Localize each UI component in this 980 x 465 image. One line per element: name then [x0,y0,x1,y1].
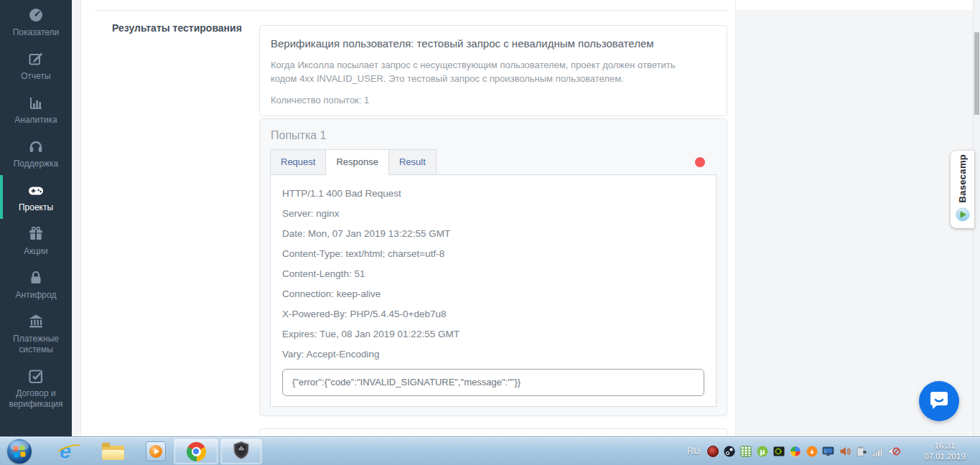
basecamp-label: Basecamp [957,154,968,202]
tab-result[interactable]: Result [388,149,437,175]
basecamp-logo-icon [956,207,970,225]
windows-explorer-button[interactable] [99,437,126,465]
sidebar-item-payment-systems[interactable]: Платежные системы [0,306,72,361]
response-header-line: Content-Length: 51 [282,264,704,284]
test-title: Верификация пользователя: тестовый запро… [271,37,716,51]
test-description: Когда Иксолла посылает запрос с несущест… [271,58,677,85]
sidebar-item-label: Договор и верификация [4,388,68,410]
chat-bubble-icon [928,389,950,413]
sidebar-item-analytics[interactable]: Аналитика [0,88,72,131]
avast-icon[interactable] [806,446,818,458]
sidebar-item-label: Антифрод [16,290,57,301]
disc-tool-icon[interactable] [706,446,719,458]
sidebar-item-label: Аналитика [14,115,57,126]
attempts-count: Количество попыток: 1 [271,95,716,105]
attempt-title: Попытка 1 [271,129,717,142]
taskbar: e RU µ 16:31 07.01.2019 [0,436,980,465]
nvidia-icon[interactable] [773,446,785,458]
windows-logo-icon [7,439,32,464]
gauge-icon [27,6,45,24]
chrome-icon [187,442,206,461]
world-of-tanks-taskbar-button[interactable] [220,438,262,464]
spreadsheet-icon[interactable] [739,446,752,458]
test-description-card: Верификация пользователя: тестовый запро… [259,25,727,116]
response-header-line: Content-Type: text/html; charset=utf-8 [282,244,704,264]
response-header-line: HTTP/1.1 400 Bad Request [282,184,704,204]
taskbar-clock[interactable]: 16:31 07.01.2019 [913,437,977,465]
sidebar-item-label: Отчеты [21,71,50,82]
chrome-taskbar-button[interactable] [174,438,218,464]
sidebar-item-agreement-verification[interactable]: Договор и верификация [0,361,72,415]
top-strip [727,0,980,10]
response-content: HTTP/1.1 400 Bad Request Server: nginx D… [270,175,717,407]
sidebar-item-label: Показатели [13,27,60,38]
attempt-card: Попытка 1 Request Response Result HTTP/1… [259,118,727,416]
sidebar-item-label: Платежные системы [4,334,68,355]
start-button[interactable] [6,437,33,465]
headset-icon [27,138,45,155]
gamepad-icon [26,182,46,199]
network-signal-icon[interactable] [872,446,884,458]
bar-chart-icon [27,94,45,111]
sidebar-item-label: Поддержка [14,159,59,169]
attempt-tabs: Request Response Result [270,149,717,175]
volume-icon[interactable] [839,446,851,458]
content-panel: Результаты тестирования Верификация поль… [80,0,736,436]
sidebar-item-support[interactable]: Поддержка [0,131,72,175]
sidebar-item-label: Проекты [19,202,53,213]
tab-response[interactable]: Response [325,149,389,175]
sidebar-item-antifraud[interactable]: Антифрод [0,263,72,306]
response-header-line: Date: Mon, 07 Jan 2019 13:22:55 GMT [282,224,704,244]
clock-time: 16:31 [935,441,956,451]
edit-icon [27,50,45,67]
display-settings-icon[interactable] [822,446,834,458]
explorer-folder-icon [102,443,124,460]
status-dot [695,157,705,167]
power-plan-icon[interactable] [855,446,867,458]
media-player-button[interactable] [142,437,169,465]
lock-icon [27,269,45,286]
gift-icon [27,225,45,243]
next-test-card-partial [259,428,727,436]
internet-explorer-button[interactable]: e [52,437,79,465]
internet-explorer-icon: e [60,441,71,462]
sidebar-item-projects[interactable]: Проекты [0,175,72,219]
tab-request[interactable]: Request [270,149,326,175]
sidebar-item-reports[interactable]: Отчеты [0,44,72,88]
basecamp-feedback-tab[interactable]: Basecamp [951,151,974,228]
sidebar-item-indicators[interactable]: Показатели [0,0,72,44]
sidebar-item-promotions[interactable]: Акции [0,219,72,263]
response-header-line: Server: nginx [282,204,704,224]
section-divider [95,10,728,11]
language-indicator[interactable]: RU [682,437,705,465]
sidebar-item-label: Акции [24,246,48,257]
steam-icon[interactable] [723,446,735,458]
response-body-box: {"error":{"code":"INVALID_SIGNATURE","me… [282,369,704,396]
clock-date: 07.01.2019 [924,451,966,462]
sidebar: Показатели Отчеты Аналитика Поддержка Пр… [0,0,72,436]
response-header-line: Vary: Accept-Encoding [282,344,704,365]
check-square-icon [27,367,45,385]
response-header-line: X-Powered-By: PHP/5.4.45-0+deb7u8 [282,304,704,324]
response-header-line: Expires: Tue, 08 Jan 2019 01:22:55 GMT [282,324,704,344]
response-header-line: Connection: keep-alive [282,284,704,304]
world-of-tanks-icon [233,441,250,463]
bank-icon [27,313,45,330]
pinwheel-icon[interactable] [789,446,801,458]
chat-widget-button[interactable] [919,381,959,421]
volume-muted-icon[interactable] [888,446,900,458]
svg-text:µ: µ [760,448,765,456]
main-area: Результаты тестирования Верификация поль… [72,0,980,436]
system-tray: µ [706,437,900,465]
utorrent-icon[interactable]: µ [756,446,768,458]
section-label: Результаты тестирования [112,22,242,34]
scrollbar-thumb[interactable] [974,32,979,115]
windows-media-player-icon [146,441,166,461]
test-results-cards: Верификация пользователя: тестовый запро… [259,25,727,436]
